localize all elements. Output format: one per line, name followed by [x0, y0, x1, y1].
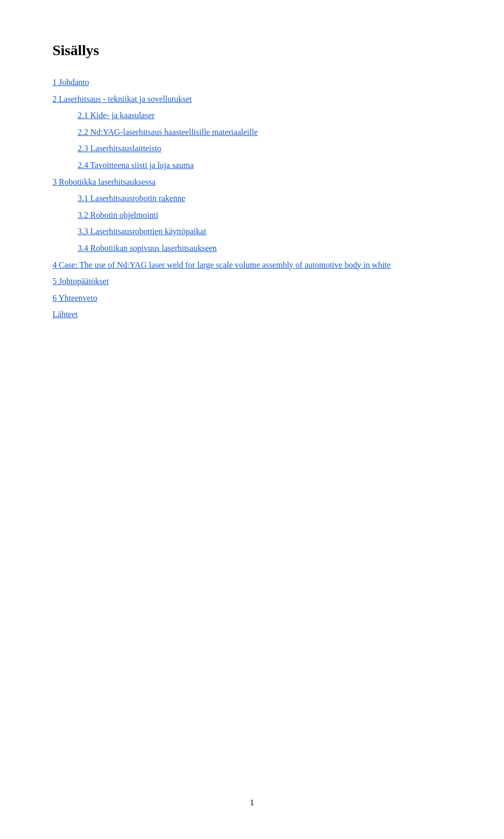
toc-item-lahteet: Lähteet: [52, 308, 452, 321]
toc-item-5: 5 Johtopäätökset: [52, 275, 452, 288]
toc-item-2: 2 Laserhitsaus - tekniikat ja sovellutuk…: [52, 92, 452, 106]
toc-link-2-1[interactable]: 2.1 Kide- ja kaasulaser: [78, 111, 155, 120]
table-of-contents: 1 Johdanto 2 Laserhitsaus - tekniikat ja…: [52, 76, 452, 321]
toc-link-3[interactable]: 3 Robotiikka laserhitsauksessa: [52, 177, 155, 186]
toc-item-6: 6 Yhteenveto: [52, 291, 452, 305]
toc-item-3-1: 3.1 Laserhitsausrobotin rakenne: [78, 192, 452, 205]
toc-link-5[interactable]: 5 Johtopäätökset: [52, 277, 109, 286]
toc-item-2-4: 2.4 Tavoitteena siisti ja luja sauma: [78, 159, 452, 172]
page: Sisällys 1 Johdanto 2 Laserhitsaus - tek…: [0, 0, 504, 839]
toc-link-3-2[interactable]: 3.2 Robotin ohjelmointi: [78, 211, 158, 219]
toc-item-3-4: 3.4 Robotiikan sopivuus laserhitsaukseen: [78, 242, 452, 255]
toc-item-3-2: 3.2 Robotin ohjelmointi: [78, 208, 452, 222]
page-title: Sisällys: [52, 42, 452, 59]
toc-link-2-3[interactable]: 2.3 Laserhitsauslaitteisto: [78, 144, 161, 153]
toc-link-1[interactable]: 1 Johdanto: [52, 78, 89, 87]
toc-item-2-1: 2.1 Kide- ja kaasulaser: [78, 109, 452, 122]
toc-item-2-3: 2.3 Laserhitsauslaitteisto: [78, 142, 452, 155]
page-number: 1: [250, 798, 254, 807]
toc-link-2-4[interactable]: 2.4 Tavoitteena siisti ja luja sauma: [78, 161, 194, 170]
toc-link-3-1[interactable]: 3.1 Laserhitsausrobotin rakenne: [78, 194, 185, 203]
toc-item-1: 1 Johdanto: [52, 76, 452, 89]
toc-link-4[interactable]: 4 Case: The use of Nd:YAG laser weld for…: [52, 260, 391, 269]
toc-link-3-3[interactable]: 3.3 Laserhitsausrobottien käyttöpaikat: [78, 227, 206, 236]
toc-item-2-2: 2.2 Nd:YAG-laserhitsaus haasteellisille …: [78, 125, 452, 139]
toc-link-3-4[interactable]: 3.4 Robotiikan sopivuus laserhitsaukseen: [78, 244, 217, 253]
toc-link-2[interactable]: 2 Laserhitsaus - tekniikat ja sovellutuk…: [52, 95, 192, 103]
toc-item-3-3: 3.3 Laserhitsausrobottien käyttöpaikat: [78, 225, 452, 238]
toc-link-6[interactable]: 6 Yhteenveto: [52, 293, 97, 302]
toc-link-2-2[interactable]: 2.2 Nd:YAG-laserhitsaus haasteellisille …: [78, 128, 258, 137]
toc-item-4: 4 Case: The use of Nd:YAG laser weld for…: [52, 258, 452, 272]
toc-item-3: 3 Robotiikka laserhitsauksessa: [52, 175, 452, 189]
toc-link-lahteet[interactable]: Lähteet: [52, 310, 78, 319]
